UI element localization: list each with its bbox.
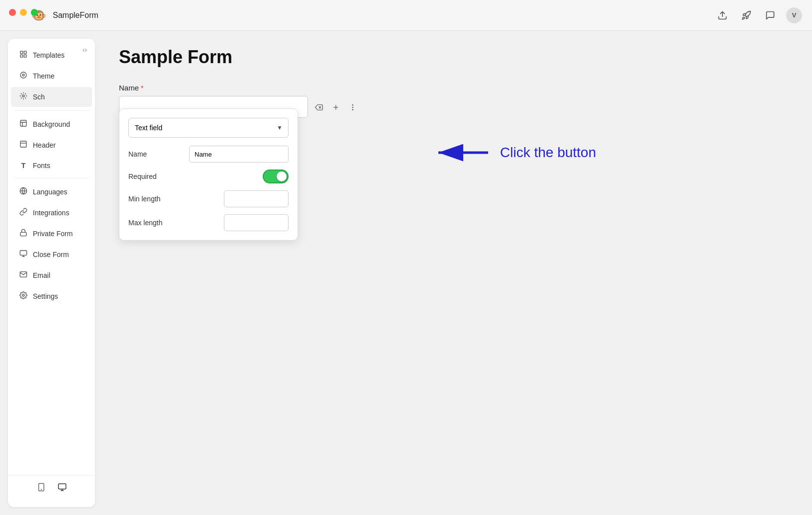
- popup-max-length-input[interactable]: [224, 214, 289, 231]
- minimize-button[interactable]: [20, 9, 27, 16]
- arrow-icon: [433, 143, 493, 163]
- svg-rect-17: [58, 484, 66, 489]
- user-avatar[interactable]: V: [786, 7, 802, 23]
- toggle-knob: [277, 172, 287, 181]
- languages-label: Languages: [33, 188, 67, 196]
- traffic-lights: [9, 9, 38, 16]
- delete-field-button[interactable]: [312, 100, 326, 114]
- sidebar-toggle[interactable]: ‹›: [81, 44, 89, 56]
- maximize-button[interactable]: [31, 9, 38, 16]
- svg-rect-1: [20, 51, 23, 54]
- add-field-button[interactable]: [329, 100, 343, 114]
- svg-point-7: [22, 95, 24, 97]
- header-label: Header: [33, 141, 56, 149]
- sidebar-item-templates[interactable]: Templates: [11, 45, 92, 65]
- toggle-background: [263, 170, 289, 183]
- field-popup: Text field Email Number Phone Date Dropd…: [119, 108, 298, 241]
- divider-2: [14, 178, 89, 178]
- required-toggle[interactable]: [263, 170, 289, 183]
- field-label: Name: [119, 84, 139, 92]
- field-type-select[interactable]: Text field Email Number Phone Date Dropd…: [128, 118, 289, 138]
- background-label: Background: [33, 120, 70, 128]
- svg-rect-2: [24, 51, 26, 54]
- upload-icon[interactable]: [714, 7, 730, 23]
- sidebar-item-private-form[interactable]: Private Form: [11, 224, 92, 244]
- svg-rect-8: [20, 120, 26, 126]
- integrations-icon: [19, 208, 28, 218]
- private-form-label: Private Form: [33, 230, 73, 238]
- sch-icon: [19, 92, 28, 102]
- sidebar-item-settings[interactable]: Settings: [11, 286, 92, 306]
- sidebar-item-integrations[interactable]: Integrations: [11, 203, 92, 223]
- languages-icon: [19, 187, 28, 197]
- field-toolbar: [312, 100, 360, 114]
- svg-point-5: [20, 72, 26, 78]
- sidebar: ‹› Templates Theme Sch Background: [8, 39, 95, 507]
- close-form-label: Close Form: [33, 251, 69, 258]
- sidebar-item-background[interactable]: Background: [11, 114, 92, 134]
- rocket-icon[interactable]: [738, 7, 754, 23]
- close-form-icon: [19, 250, 28, 259]
- sidebar-item-email[interactable]: Email: [11, 265, 92, 285]
- svg-rect-9: [20, 141, 26, 147]
- annotation-arrow: Click the button: [433, 143, 596, 163]
- templates-icon: [19, 50, 28, 60]
- popup-required-row: Required: [128, 170, 289, 183]
- form-title: Sample Form: [119, 47, 788, 68]
- popup-name-label: Name: [128, 150, 147, 158]
- sidebar-item-close-form[interactable]: Close Form: [11, 245, 92, 264]
- background-icon: [19, 119, 28, 129]
- annotation-text: Click the button: [500, 145, 596, 161]
- top-bar-actions: V: [714, 7, 802, 23]
- divider-1: [14, 110, 89, 111]
- chat-icon[interactable]: [762, 7, 778, 23]
- theme-icon: [19, 71, 28, 81]
- theme-label: Theme: [33, 72, 55, 80]
- svg-point-6: [22, 74, 24, 76]
- close-button[interactable]: [9, 9, 16, 16]
- email-icon: [19, 270, 28, 280]
- popup-min-length-row: Min length: [128, 190, 289, 207]
- svg-rect-4: [24, 55, 26, 57]
- mobile-view-icon[interactable]: [35, 481, 48, 496]
- app-title: SampleForm: [53, 11, 99, 20]
- type-selector: Text field Email Number Phone Date Dropd…: [128, 118, 289, 138]
- sidebar-item-languages[interactable]: Languages: [11, 182, 92, 202]
- email-label: Email: [33, 271, 50, 279]
- integrations-label: Integrations: [33, 209, 69, 217]
- svg-rect-13: [20, 251, 26, 255]
- svg-point-22: [352, 105, 353, 105]
- popup-max-length-row: Max length: [128, 214, 289, 231]
- popup-min-length-label: Min length: [128, 195, 161, 203]
- content-area: Sample Form Name *: [95, 31, 812, 515]
- settings-icon: [19, 291, 28, 301]
- svg-point-24: [352, 109, 353, 110]
- header-icon: [19, 140, 28, 150]
- settings-label: Settings: [33, 292, 58, 300]
- required-star: *: [141, 84, 143, 92]
- popup-name-row: Name: [128, 146, 289, 163]
- sidebar-bottom: [8, 475, 95, 501]
- popup-name-input[interactable]: [189, 146, 289, 163]
- fonts-icon: T: [19, 161, 28, 170]
- svg-rect-3: [20, 55, 23, 57]
- sidebar-item-sch[interactable]: Sch: [11, 87, 92, 107]
- popup-max-length-label: Max length: [128, 219, 162, 227]
- sidebar-item-header[interactable]: Header: [11, 135, 92, 155]
- sidebar-item-fonts[interactable]: T Fonts: [11, 156, 92, 174]
- svg-point-23: [352, 107, 353, 107]
- svg-rect-12: [20, 232, 26, 236]
- popup-required-label: Required: [128, 172, 157, 180]
- fonts-label: Fonts: [33, 162, 50, 170]
- top-bar: 🐵 SampleForm V: [0, 0, 812, 31]
- templates-label: Templates: [33, 51, 65, 59]
- popup-min-length-input[interactable]: [224, 190, 289, 207]
- desktop-view-icon[interactable]: [56, 481, 69, 496]
- main-layout: ‹› Templates Theme Sch Background: [0, 31, 812, 515]
- svg-point-14: [22, 294, 24, 296]
- more-options-button[interactable]: [346, 100, 360, 114]
- private-form-icon: [19, 229, 28, 239]
- sch-label: Sch: [33, 93, 45, 101]
- sidebar-item-theme[interactable]: Theme: [11, 66, 92, 86]
